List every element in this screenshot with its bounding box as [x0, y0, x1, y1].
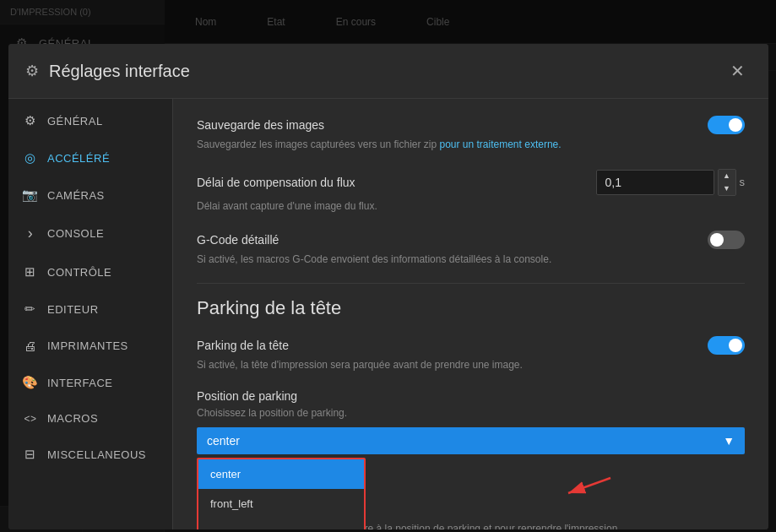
modal-nav-imprimantes[interactable]: 🖨 IMPRIMANTES — [8, 328, 172, 364]
spin-down-button[interactable]: ▼ — [719, 182, 735, 195]
nav-gear-icon: ⚙ — [22, 113, 39, 128]
position-dropdown-container: center ▼ center front_left front_right — [197, 427, 745, 454]
delai-input[interactable] — [596, 170, 714, 195]
modal-nav-miscellaneous[interactable]: ⊟ MISCELLANEOUS — [8, 436, 172, 473]
delai-setting: Délai de compensation du flux ▲ ▼ s Déla… — [197, 169, 745, 214]
dropdown-option-front-right[interactable]: front_right — [198, 518, 364, 529]
nav-grid-icon: ⊞ — [22, 264, 39, 280]
gcode-desc: Si activé, les macros G-Code envoient de… — [197, 252, 745, 267]
nav-label: MACROS — [47, 412, 98, 425]
parking-section-title: Parking de la tête — [197, 297, 745, 319]
modal-body: ⚙ GÉNÉRAL ◎ ACCÉLÉRÉ 📷 CAMÉRAS › CONSOLE… — [8, 99, 768, 529]
sauvegarde-link[interactable]: pour un traitement externe. — [439, 138, 561, 150]
position-dropdown-menu: center front_left front_right back_left — [197, 458, 366, 529]
modal-nav-editeur[interactable]: ✏ EDITEUR — [8, 290, 172, 328]
parking-setting: Parking de la tête Si activé, la tête d'… — [197, 336, 745, 372]
gcode-label: G-Code détaillé — [197, 233, 279, 247]
delai-label: Délai de compensation du flux — [197, 176, 355, 189]
nav-label: INTERFACE — [47, 377, 112, 389]
dropdown-option-front-left[interactable]: front_left — [198, 489, 364, 518]
modal-sidebar: ⚙ GÉNÉRAL ◎ ACCÉLÉRÉ 📷 CAMÉRAS › CONSOLE… — [8, 99, 173, 529]
nav-printer-icon: 🖨 — [22, 339, 39, 353]
modal-nav-controle[interactable]: ⊞ CONTRÔLE — [8, 253, 172, 290]
option-label: front_left — [210, 497, 253, 510]
position-setting: Position de parking Choisissez la positi… — [197, 389, 745, 454]
nav-label: EDITEUR — [47, 303, 99, 316]
delai-spinner: ▲ ▼ — [718, 169, 736, 196]
toggle-slider — [708, 116, 745, 134]
modal-nav-accelere[interactable]: ◎ ACCÉLÉRÉ — [8, 139, 172, 176]
modal-nav-console[interactable]: › CONSOLE — [8, 214, 172, 253]
modal-nav-cameras[interactable]: 📷 CAMÉRAS — [8, 176, 172, 214]
nav-edit-icon: ✏ — [22, 301, 39, 317]
option-label: front_right — [210, 527, 260, 529]
toggle-slider — [708, 231, 745, 249]
modal-title: Réglages interface — [49, 62, 714, 81]
nav-label: GÉNÉRAL — [47, 115, 103, 128]
sauvegarde-header: Sauvegarde des images — [197, 116, 745, 134]
nav-label: CONTRÔLE — [47, 266, 111, 279]
nav-circle-icon: ◎ — [22, 150, 39, 166]
modal-nav-interface[interactable]: 🎨 INTERFACE — [8, 364, 172, 401]
nav-code-icon: <> — [22, 413, 39, 425]
position-dropdown-trigger[interactable]: center ▼ — [197, 427, 745, 454]
nav-camera-icon: 📷 — [22, 187, 39, 203]
nav-label: CONSOLE — [47, 227, 104, 240]
svg-line-1 — [568, 478, 610, 493]
arrow-indicator — [551, 470, 619, 507]
gcode-header: G-Code détaillé — [197, 231, 745, 249]
section-divider — [197, 283, 745, 284]
delai-input-group: ▲ ▼ s — [596, 169, 746, 196]
delai-header: Délai de compensation du flux ▲ ▼ s — [197, 169, 745, 196]
settings-modal: ⚙ Réglages interface ✕ ⚙ GÉNÉRAL ◎ ACCÉL… — [8, 44, 768, 529]
modal-main-content: Sauvegarde des images Sauvegardez les im… — [173, 99, 768, 529]
delai-desc: Délai avant capture d'une image du flux. — [197, 199, 745, 214]
option-label: center — [210, 468, 241, 480]
position-desc: Choisissez la position de parking. — [197, 406, 745, 421]
delai-unit: s — [740, 176, 746, 188]
chevron-down-icon: ▼ — [723, 434, 735, 448]
nav-console-icon: › — [22, 225, 39, 242]
sauvegarde-desc: Sauvegardez les images capturées vers un… — [197, 138, 745, 152]
position-label: Position de parking — [197, 389, 297, 403]
modal-nav-macros[interactable]: <> MACROS — [8, 401, 172, 436]
modal-header-gear-icon: ⚙ — [25, 62, 39, 80]
sauvegarde-label: Sauvegarde des images — [197, 118, 324, 132]
gcode-setting: G-Code détaillé Si activé, les macros G-… — [197, 231, 745, 267]
position-header: Position de parking — [197, 389, 745, 403]
dropdown-selected-label: center — [207, 434, 240, 448]
sauvegarde-setting: Sauvegarde des images Sauvegardez les im… — [197, 116, 745, 152]
dropdown-option-center[interactable]: center — [198, 459, 364, 489]
modal-nav-general[interactable]: ⚙ GÉNÉRAL — [8, 102, 172, 139]
gcode-toggle[interactable] — [708, 231, 745, 249]
modal-close-button[interactable]: ✕ — [724, 57, 752, 84]
spin-up-button[interactable]: ▲ — [719, 170, 735, 182]
nav-label: CAMÉRAS — [47, 189, 105, 202]
nav-palette-icon: 🎨 — [22, 375, 39, 390]
sauvegarde-desc-text: Sauvegardez les images capturées vers un… — [197, 138, 439, 150]
nav-label: MISCELLANEOUS — [47, 448, 146, 461]
nav-misc-icon: ⊟ — [22, 447, 39, 462]
parking-desc: Si activé, la tête d'impression sera par… — [197, 358, 745, 372]
parking-toggle[interactable] — [708, 336, 745, 355]
toggle-slider — [708, 336, 745, 355]
modal-header: ⚙ Réglages interface ✕ — [8, 44, 768, 99]
parking-header: Parking de la tête — [197, 336, 745, 355]
nav-label: IMPRIMANTES — [47, 339, 128, 352]
parking-label: Parking de la tête — [197, 339, 289, 352]
sauvegarde-toggle[interactable] — [708, 116, 745, 134]
nav-label: ACCÉLÉRÉ — [47, 152, 110, 165]
